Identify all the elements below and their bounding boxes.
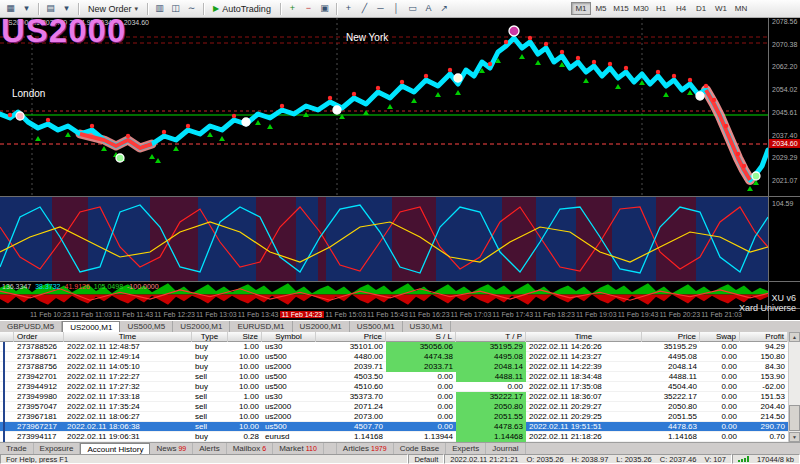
table-row[interactable]: 2739941172022.02.11 19:06:31buy0.28eurus… [0,432,800,442]
crosshair-icon[interactable]: + [341,2,356,15]
table-row[interactable]: 2739570472022.02.11 17:35:24sell10.00us2… [0,402,800,412]
chart-window[interactable]: US2000,M1 2034.70 2034.95 2034.60 2034.6… [0,18,800,320]
chart-tab-us500-m5[interactable]: US500,M5 [120,321,173,332]
col-type[interactable]: Type [192,332,228,342]
terminal-tab-bar: Trade Exposure Account History News99 Al… [0,442,800,454]
text-label-icon[interactable]: A [421,2,436,15]
chart-tab-us30-m1[interactable]: US30,M1 [403,321,451,332]
chart-tab-us500-m1[interactable]: US500,M1 [350,321,403,332]
table-row[interactable]: 2737886712022.02.11 12:49:14buy10.00us50… [0,352,800,362]
tab-experts[interactable]: Experts [446,443,486,454]
tab-account-history[interactable]: Account History [80,443,150,454]
scroll-up-icon[interactable]: ▲ [789,332,800,342]
chart-tab-bar: GBPUSD,M5 US2000,M1 US500,M5 US2000,M1 E… [0,320,800,332]
price-ribbon [0,38,768,180]
bar-chart-icon[interactable]: ▥ [152,2,167,15]
table-row[interactable]: 2737887562022.02.11 14:05:10buy10.00us20… [0,362,800,372]
market-badge: 110 [306,445,317,452]
tab-alerts[interactable]: Alerts [193,443,226,454]
tab-code-base[interactable]: Code Base [394,443,447,454]
timeframe-d1[interactable]: D1 [691,2,711,15]
table-row-selected[interactable]: 2739672172022.02.11 18:06:38sell10.00us5… [0,422,800,432]
chevron-down-icon: ▾ [135,5,139,13]
order-icon [3,432,5,442]
status-help: For Help, press F1 [0,454,408,464]
tab-market[interactable]: Market110 [273,443,324,454]
connection-bars-icon [738,456,749,462]
order-icon [3,422,5,432]
col-symbol[interactable]: Symbol [262,332,316,342]
tab-trade[interactable]: Trade [0,443,34,454]
toolbar-separator [147,3,148,15]
tab-articles[interactable]: Articles1979 [337,443,394,454]
timeframe-h4[interactable]: H4 [671,2,691,15]
timeframe-m5[interactable]: M5 [591,2,611,15]
rectangle-icon[interactable]: ▭ [405,2,420,15]
status-ohlcv: 2022.02.11 21:21:21 O: 2035.26 H: 2038.9… [444,454,732,464]
col-open-price[interactable]: Price [316,332,386,342]
chart-tab-us2000-m1-3[interactable]: US2000,M1 [293,321,350,332]
col-open-time[interactable]: Time [64,332,192,342]
order-icon [3,402,5,412]
scrollbar-thumb[interactable] [789,405,800,431]
price-scale[interactable]: 2078.56 2070.38 2062.20 2054.02 2045.61 … [768,18,800,320]
london-session-label: London [12,88,45,99]
table-row[interactable]: 2737885262022.02.11 12:48:57buy1.00us303… [0,342,800,352]
tab-journal[interactable]: Journal [486,443,525,454]
chart-tab-eurusd-m1[interactable]: EURUSD,M1 [230,321,292,332]
account-history-table: Order Time Type Size Symbol Price S / L … [0,332,800,442]
autotrading-button[interactable]: ▶ AutoTrading [208,2,276,16]
col-close-price[interactable]: Price [642,332,700,342]
timeframe-h1[interactable]: H1 [651,2,671,15]
timeframe-m1[interactable]: M1 [571,2,591,15]
tab-exposure[interactable]: Exposure [34,443,81,454]
timeframe-w1[interactable]: W1 [711,2,731,15]
vertical-line-icon[interactable]: │ [389,2,404,15]
order-icon [3,342,5,352]
order-icon [3,392,5,402]
zoom-in-icon[interactable]: + [285,2,300,15]
table-scrollbar[interactable]: ▲ ▼ [788,332,800,442]
oscillator-indicator-pane[interactable] [0,197,768,281]
chart-tab-us2000-m1-active[interactable]: US2000,M1 [62,321,120,332]
toolbar-separator [336,3,337,15]
play-icon: ▶ [213,4,219,13]
trendline-icon[interactable]: ╱ [357,2,372,15]
articles-badge: 1979 [371,445,387,452]
line-chart-icon[interactable]: ∼ [184,2,199,15]
table-row[interactable]: 2739449122022.02.11 17:27:32buy10.00us50… [0,382,800,392]
timeframe-mn[interactable]: MN [731,2,751,15]
candlestick-chart-icon[interactable]: ◫ [168,2,183,15]
highlighted-time-label: 11 Feb 14:23 [280,311,325,318]
chart-tab-us2000-m1-2[interactable]: US2000,M1 [173,321,230,332]
col-sl[interactable]: S / L [386,332,456,342]
col-size[interactable]: Size [228,332,262,342]
news-badge: 99 [178,445,186,452]
oscillator-drawing [0,197,768,281]
table-row[interactable]: 2739427012022.02.11 17:22:27sell10.00us5… [0,372,800,382]
zoom-out-icon[interactable]: − [301,2,316,15]
time-axis[interactable]: 11 Feb 10:23 11 Feb 11:03 11 Feb 11:43 1… [0,308,768,320]
autotrading-label: AutoTrading [222,4,271,14]
col-tp[interactable]: T / P [456,332,526,342]
scroll-down-icon[interactable]: ▼ [789,432,800,442]
col-swap[interactable]: Swap [700,332,740,342]
timeframe-m15[interactable]: M15 [611,2,631,15]
horizontal-line-icon[interactable]: ─ [373,2,388,15]
chart-tab-gbpusd-m5[interactable]: GBPUSD,M5 [0,321,62,332]
col-profit[interactable]: Profit [740,332,788,342]
tile-windows-icon[interactable]: ▣ [317,2,332,15]
tab-mailbox[interactable]: Mailbox6 [227,443,273,454]
table-row[interactable]: 2739671812022.02.11 18:06:27sell10.00us2… [0,412,800,422]
status-profile[interactable]: Default [408,454,444,464]
col-order[interactable]: Order [14,332,64,342]
col-close-time[interactable]: Time [526,332,642,342]
buy-arrows [35,54,759,191]
status-connection: 17044/8 kb [732,454,800,464]
timeframe-m30[interactable]: M30 [631,2,651,15]
table-row[interactable]: 2739499802022.02.11 17:33:18sell1.00us30… [0,392,800,402]
indicator-values: 136.3347 38.3732 41.9126 105.0498 -100.0… [2,283,159,290]
tab-news[interactable]: News99 [150,443,193,454]
arrow-object-icon[interactable]: ↗ [437,2,452,15]
tab-signals[interactable] [324,443,337,454]
